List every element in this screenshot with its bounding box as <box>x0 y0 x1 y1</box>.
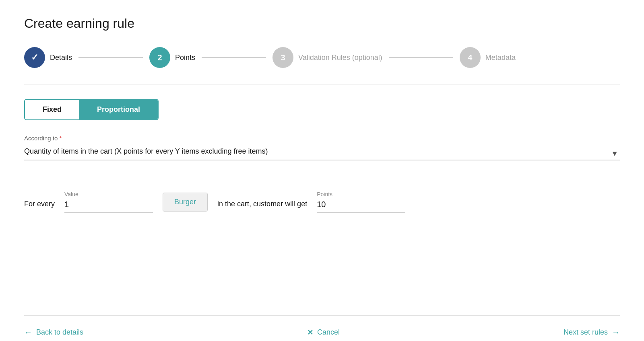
value-input[interactable] <box>64 200 153 213</box>
according-to-label: According to * <box>24 135 620 142</box>
bottom-navigation: ← Back to details ✕ Cancel Next set rule… <box>24 315 620 341</box>
step-label-points: Points <box>175 53 195 62</box>
step-connector-3 <box>389 57 453 58</box>
next-set-rules-button[interactable]: Next set rules → <box>564 324 620 341</box>
page-title: Create earning rule <box>24 16 620 31</box>
for-every-label: For every <box>24 200 55 213</box>
stepper: ✓ Details 2 Points 3 Validation Rules (o… <box>24 47 620 68</box>
burger-button[interactable]: Burger <box>163 193 208 212</box>
points-label: Points <box>317 191 405 197</box>
points-field-group: Points <box>317 191 405 213</box>
proportional-toggle-button[interactable]: Proportional <box>79 100 158 119</box>
step-circle-metadata: 4 <box>460 47 481 68</box>
step-label-details: Details <box>50 53 72 62</box>
cancel-x-icon: ✕ <box>307 328 313 337</box>
step-connector-2 <box>202 57 266 58</box>
according-to-field: According to * Quantity of items in the … <box>24 135 620 177</box>
value-field-group: Value <box>64 191 153 213</box>
fixed-toggle-button[interactable]: Fixed <box>25 100 79 119</box>
step-circle-validation: 3 <box>272 47 293 68</box>
value-label: Value <box>64 191 153 197</box>
step-label-validation: Validation Rules (optional) <box>298 53 382 62</box>
step-points[interactable]: 2 Points <box>149 47 195 68</box>
step-metadata[interactable]: 4 Metadata <box>460 47 516 68</box>
step-label-metadata: Metadata <box>485 53 516 62</box>
back-arrow-icon: ← <box>24 328 32 337</box>
back-to-details-button[interactable]: ← Back to details <box>24 324 83 341</box>
for-every-row: For every Value Burger in the cart, cust… <box>24 191 620 213</box>
step-circle-points: 2 <box>149 47 170 68</box>
points-input[interactable] <box>317 200 405 213</box>
next-arrow-icon: → <box>612 328 620 337</box>
step-details[interactable]: ✓ Details <box>24 47 72 68</box>
according-to-value[interactable]: Quantity of items in the cart (X points … <box>24 147 620 156</box>
rule-type-toggle: Fixed Proportional <box>24 99 159 120</box>
step-circle-details: ✓ <box>24 47 45 68</box>
in-cart-label: in the cart, customer will get <box>217 200 307 213</box>
required-star: * <box>58 135 62 142</box>
according-to-select-wrapper: Quantity of items in the cart (X points … <box>24 147 620 160</box>
cancel-button[interactable]: ✕ Cancel <box>299 324 348 341</box>
step-validation[interactable]: 3 Validation Rules (optional) <box>272 47 382 68</box>
step-connector-1 <box>78 57 143 58</box>
stepper-divider <box>24 84 620 84</box>
